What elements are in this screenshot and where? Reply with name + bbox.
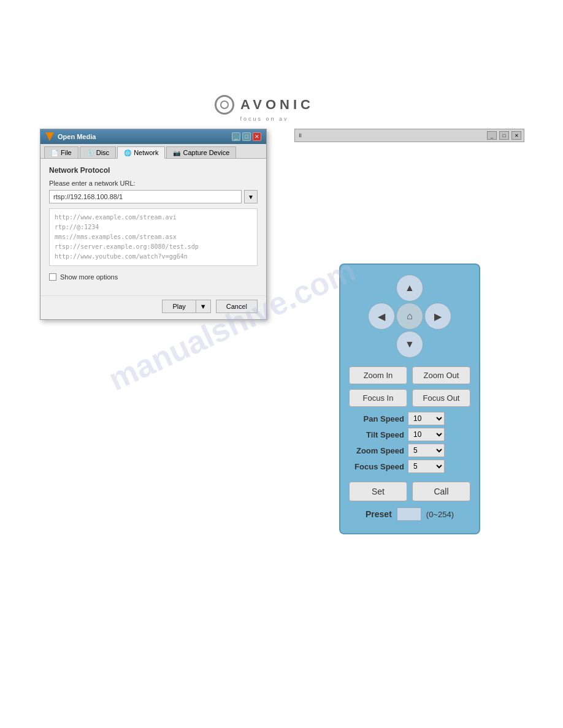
speed-controls: Pan Speed 10 12345 6789 Tilt Speed 10 12… xyxy=(349,412,470,473)
vlc-tab-network[interactable]: 🌐 Network xyxy=(117,146,165,159)
ptz-container: ▲ ◀ ⌂ ▶ ▼ xyxy=(349,275,470,358)
call-button[interactable]: Call xyxy=(412,482,470,501)
set-button[interactable]: Set xyxy=(349,482,407,501)
zoom-in-button[interactable]: Zoom In xyxy=(349,366,407,384)
vlc-url-dropdown-button[interactable]: ▼ xyxy=(244,190,258,203)
vlc-minimize-button[interactable]: _ xyxy=(232,132,240,141)
vlc-tab-file[interactable]: 📄 File xyxy=(44,146,79,158)
pan-speed-label: Pan Speed xyxy=(349,414,404,423)
file-icon: 📄 xyxy=(51,150,58,156)
vlc-examples-box: http://www.example.com/stream.avi rtp://… xyxy=(49,208,258,266)
media-player-bar: ⏸ _ □ ✕ xyxy=(294,129,524,142)
zoom-speed-row: Zoom Speed 5 1234 678910 xyxy=(349,444,470,457)
media-maximize-button[interactable]: □ xyxy=(499,131,509,140)
media-close-button[interactable]: ✕ xyxy=(511,131,521,140)
focus-buttons-row: Focus In Focus Out xyxy=(349,389,470,407)
vlc-window-controls: _ □ ✕ xyxy=(232,132,261,141)
focus-out-button[interactable]: Focus Out xyxy=(412,389,470,407)
vlc-tab-capture[interactable]: 📷 Capture Device xyxy=(166,146,236,158)
vlc-close-button[interactable]: ✕ xyxy=(253,132,261,141)
vlc-cone-icon xyxy=(45,132,54,141)
vlc-tab-disc-label: Disc xyxy=(96,149,109,156)
vlc-show-more-label: Show more options xyxy=(60,273,118,281)
preset-label: Preset xyxy=(366,509,392,519)
vlc-url-prompt: Please enter a network URL: xyxy=(49,180,258,187)
vlc-maximize-button[interactable]: □ xyxy=(242,132,251,141)
pan-speed-row: Pan Speed 10 12345 6789 xyxy=(349,412,470,425)
vlc-network-protocol-title: Network Protocol xyxy=(49,166,258,175)
vlc-tab-capture-label: Capture Device xyxy=(183,149,229,156)
vlc-tab-bar: 📄 File 💿 Disc 🌐 Network 📷 Capture Device xyxy=(40,144,266,159)
ptz-down-button[interactable]: ▼ xyxy=(396,331,423,358)
vlc-cancel-button[interactable]: Cancel xyxy=(216,300,258,313)
tilt-speed-select[interactable]: 10 12345 6789 xyxy=(408,428,445,441)
vlc-tab-disc[interactable]: 💿 Disc xyxy=(80,146,116,158)
media-window-controls: _ □ ✕ xyxy=(487,131,521,140)
vlc-open-media-dialog: Open Media _ □ ✕ 📄 File 💿 Disc 🌐 Network… xyxy=(40,129,267,320)
ptz-right-button[interactable]: ▶ xyxy=(424,303,451,330)
network-icon: 🌐 xyxy=(124,150,131,156)
preset-row: Preset (0~254) xyxy=(349,507,470,521)
zoom-buttons-row: Zoom In Zoom Out xyxy=(349,366,470,384)
vlc-play-dropdown-button[interactable]: ▼ xyxy=(196,300,211,313)
vlc-tab-file-label: File xyxy=(61,149,72,156)
avonic-main-text: AVONIC xyxy=(240,97,314,113)
tilt-speed-label: Tilt Speed xyxy=(349,430,404,439)
ptz-top-left-empty xyxy=(368,275,395,301)
ptz-up-button[interactable]: ▲ xyxy=(396,275,423,301)
preset-input[interactable] xyxy=(397,507,421,521)
zoom-speed-label: Zoom Speed xyxy=(349,446,404,455)
tilt-speed-row: Tilt Speed 10 12345 6789 xyxy=(349,428,470,441)
focus-in-button[interactable]: Focus In xyxy=(349,389,407,407)
vlc-play-group: Play ▼ xyxy=(162,300,210,313)
vlc-footer: Play ▼ Cancel xyxy=(40,295,266,319)
ptz-bottom-right-empty xyxy=(424,331,451,358)
ptz-top-right-empty xyxy=(424,275,451,301)
capture-icon: 📷 xyxy=(173,150,180,156)
ptz-left-button[interactable]: ◀ xyxy=(368,303,395,330)
vlc-example-text: http://www.example.com/stream.avi rtp://… xyxy=(55,213,252,262)
set-call-row: Set Call xyxy=(349,482,470,501)
media-minimize-button[interactable]: _ xyxy=(487,131,497,140)
preset-range-label: (0~254) xyxy=(426,510,454,519)
disc-icon: 💿 xyxy=(86,150,94,156)
ptz-home-button[interactable]: ⌂ xyxy=(396,303,423,330)
ptz-grid: ▲ ◀ ⌂ ▶ ▼ xyxy=(368,275,451,358)
ptz-bottom-left-empty xyxy=(368,331,395,358)
vlc-play-button[interactable]: Play xyxy=(162,300,196,313)
vlc-show-more-checkbox[interactable] xyxy=(49,273,56,281)
focus-speed-label: Focus Speed xyxy=(349,462,404,471)
vlc-dialog-title: Open Media xyxy=(58,133,96,140)
zoom-speed-select[interactable]: 5 1234 678910 xyxy=(408,444,445,457)
avonic-circle-icon xyxy=(215,95,234,115)
avonic-sub-text: focus on av xyxy=(240,116,288,122)
camera-control-panel: ▲ ◀ ⌂ ▶ ▼ Zoom In Zoom Out Focus In Focu… xyxy=(339,264,480,534)
zoom-out-button[interactable]: Zoom Out xyxy=(412,366,470,384)
pan-speed-select[interactable]: 10 12345 6789 xyxy=(408,412,445,425)
avonic-logo: AVONIC focus on av xyxy=(215,95,314,122)
focus-speed-row: Focus Speed 5 1234 678910 xyxy=(349,460,470,473)
vlc-tab-network-label: Network xyxy=(134,149,158,156)
vlc-titlebar: Open Media _ □ ✕ xyxy=(40,129,266,144)
vlc-url-input[interactable] xyxy=(49,190,242,203)
media-pause-icon: ⏸ xyxy=(297,132,303,138)
focus-speed-select[interactable]: 5 1234 678910 xyxy=(408,460,445,473)
